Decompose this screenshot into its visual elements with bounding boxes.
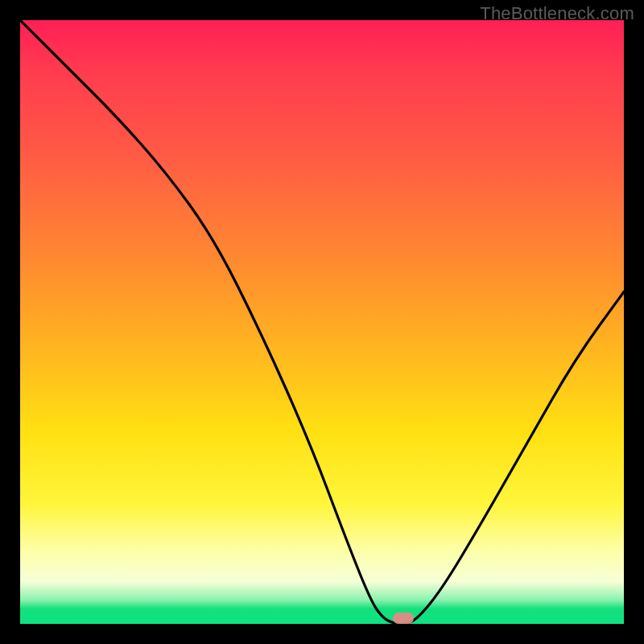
bottleneck-curve bbox=[20, 20, 624, 624]
optimal-marker bbox=[393, 613, 414, 624]
chart-frame: TheBottleneck.com bbox=[0, 0, 644, 644]
plot-area bbox=[20, 20, 624, 624]
